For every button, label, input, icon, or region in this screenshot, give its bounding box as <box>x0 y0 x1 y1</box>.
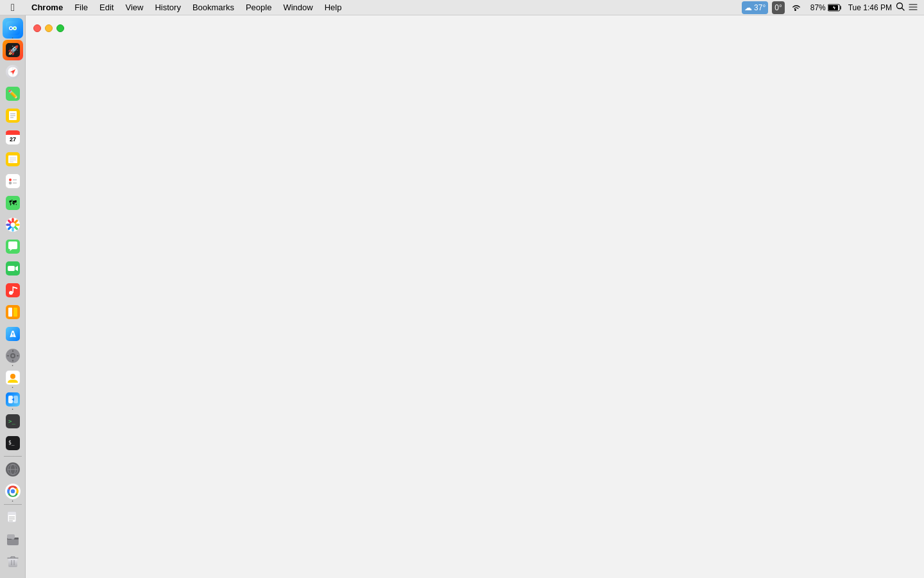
svg-rect-69 <box>13 396 18 403</box>
svg-rect-64 <box>17 355 19 356</box>
dock-item-maps[interactable]: 🗺 <box>3 193 23 213</box>
svg-rect-91 <box>8 558 17 567</box>
dock: 🚀 ✏️ 2 <box>0 15 26 578</box>
menu-people[interactable]: People <box>240 0 277 15</box>
menu-help[interactable]: Help <box>319 0 348 15</box>
svg-rect-90 <box>7 534 15 539</box>
dock-item-reminders[interactable] <box>3 171 23 191</box>
svg-point-43 <box>10 223 15 227</box>
svg-rect-35 <box>6 174 20 188</box>
dock-item-music[interactable] <box>3 280 23 301</box>
dock-item-drawer[interactable] <box>3 529 23 550</box>
svg-point-49 <box>9 291 13 295</box>
menu-right-items: ☁ 37° 0° 87% Tue 1:46 PM <box>742 1 924 14</box>
svg-rect-83 <box>8 512 16 515</box>
notification-status: 0° <box>772 1 784 14</box>
close-button[interactable] <box>33 24 41 32</box>
dock-separator <box>4 456 22 457</box>
dock-item-calendar[interactable]: 27 <box>3 127 23 148</box>
svg-rect-52 <box>6 305 20 319</box>
dock-item-books[interactable] <box>3 302 23 322</box>
dock-item-keychain[interactable] <box>3 459 23 480</box>
notification-count: 0° <box>774 3 782 12</box>
menu-history[interactable]: History <box>149 0 186 15</box>
dock-item-facetime[interactable] <box>3 258 23 279</box>
dock-item-notes[interactable] <box>3 149 23 170</box>
dock-item-messages[interactable] <box>3 236 23 257</box>
dock-item-finder[interactable] <box>3 18 23 39</box>
svg-point-66 <box>10 374 15 379</box>
menu-bookmarks[interactable]: Bookmarks <box>187 0 240 15</box>
traffic-lights <box>33 24 64 32</box>
svg-rect-57 <box>10 336 15 337</box>
dock-item-trash[interactable] <box>3 551 23 572</box>
menu-view[interactable]: View <box>119 0 149 15</box>
dock-item-launchpad[interactable]: 🚀 <box>3 40 23 60</box>
weather-temp: 37° <box>754 3 766 12</box>
control-center-icon[interactable] <box>909 3 918 13</box>
wifi-icon <box>791 4 801 12</box>
svg-text:A: A <box>9 329 15 339</box>
svg-text:🚀: 🚀 <box>7 45 19 56</box>
maximize-button[interactable] <box>56 24 64 32</box>
battery-percent: 87% <box>810 3 826 12</box>
spotlight-search-icon[interactable] <box>896 2 905 13</box>
dock-item-photos[interactable] <box>3 215 23 235</box>
minimize-button[interactable] <box>45 24 53 32</box>
svg-rect-62 <box>12 360 13 362</box>
svg-text:>_: >_ <box>8 418 15 425</box>
dock-item-appstore[interactable]: A <box>3 324 23 344</box>
dock-separator-2 <box>4 504 22 505</box>
svg-rect-28 <box>6 134 20 135</box>
main-content-area <box>26 15 924 578</box>
dock-item-safari[interactable] <box>3 62 23 82</box>
dock-item-quicklook[interactable] <box>3 507 23 528</box>
svg-rect-53 <box>8 308 12 317</box>
menu-bar:  Chrome File Edit View History Bookmark… <box>0 0 924 15</box>
menu-app-name[interactable]: Chrome <box>26 0 69 15</box>
dock-item-terminal[interactable]: $_ <box>3 433 23 453</box>
svg-point-81 <box>10 489 15 494</box>
clock: Tue 1:46 PM <box>848 3 892 12</box>
svg-text:✏️: ✏️ <box>8 89 19 100</box>
menu-window[interactable]: Window <box>277 0 318 15</box>
menu-items: Chrome File Edit View History Bookmarks … <box>26 0 347 15</box>
svg-rect-46 <box>8 266 15 271</box>
svg-point-11 <box>13 28 15 30</box>
svg-rect-61 <box>12 350 13 352</box>
dock-item-contacts[interactable] <box>3 367 23 388</box>
dock-item-compressor[interactable]: >_ <box>3 411 23 432</box>
apple-logo[interactable]:  <box>0 2 26 13</box>
battery-icon <box>828 4 842 12</box>
battery-status: 87% <box>808 1 844 14</box>
weather-status: ☁ 37° <box>742 1 768 14</box>
svg-text:$_: $_ <box>8 440 15 446</box>
svg-point-10 <box>10 28 12 30</box>
svg-point-36 <box>9 179 12 181</box>
chrome-window <box>26 15 924 578</box>
svg-text:🗺: 🗺 <box>9 198 17 207</box>
svg-rect-54 <box>13 308 17 317</box>
dock-item-notefile[interactable] <box>3 105 23 126</box>
dock-item-pencil[interactable]: ✏️ <box>3 83 23 104</box>
svg-point-38 <box>9 182 12 184</box>
dock-item-chrome[interactable] <box>3 481 23 502</box>
svg-text:27: 27 <box>9 136 15 143</box>
menu-edit[interactable]: Edit <box>94 0 119 15</box>
svg-line-3 <box>902 8 905 11</box>
dock-item-systemprefs[interactable] <box>3 346 23 366</box>
svg-rect-63 <box>7 355 9 356</box>
svg-point-60 <box>12 355 14 357</box>
menu-file[interactable]: File <box>69 0 94 15</box>
dock-item-migration[interactable] <box>3 389 23 410</box>
wifi-status <box>789 1 804 14</box>
weather-icon: ☁ <box>744 3 752 12</box>
